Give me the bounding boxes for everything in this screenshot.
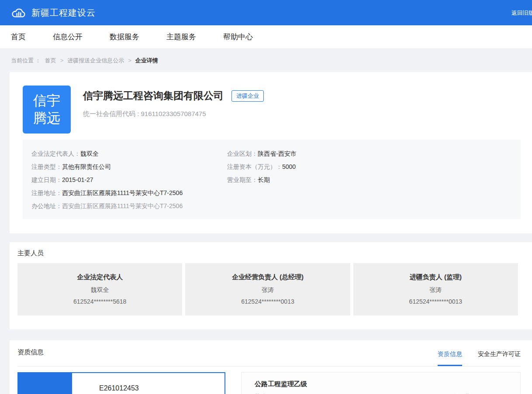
breadcrumb: 当前位置 ： 首页 > 进疆报送企业信息公示 > 企业详情: [0, 49, 532, 72]
person-role: 企业法定代表人: [17, 273, 182, 281]
cloud-chart-logo-icon: [11, 7, 26, 19]
person-cards: 企业法定代表人 魏双全 612524********5618 企业经营负责人 (…: [17, 263, 518, 315]
info-column-left: 企业法定代表人：魏双全 注册类型：其他有限责任公司 建立日期：2015-01-2…: [31, 147, 227, 212]
nav-item-theme-services[interactable]: 主题服务: [166, 32, 196, 42]
info-row-registered-address: 注册地址：西安曲江新区雁展路1111号莱安中心T7-2506: [31, 186, 227, 199]
company-logo: 信宇 腾远: [23, 86, 71, 134]
qualification-tabs: 资质信息 安全生产许可证: [438, 350, 521, 366]
info-row-establish-date: 建立日期：2015-01-27: [31, 173, 227, 186]
tab-qualification-info[interactable]: 资质信息: [438, 350, 462, 366]
info-row-registered-capital: 注册资本（万元）：5000: [227, 160, 521, 173]
info-row-business-term: 营业期至：长期: [227, 173, 521, 186]
company-logo-line1: 信宇: [33, 92, 60, 110]
person-id-number: 612524********0013: [353, 298, 518, 305]
certificate-color-block: [18, 373, 72, 394]
breadcrumb-prefix: 当前位置 ：: [11, 57, 41, 65]
info-label: 营业期至：: [227, 176, 258, 183]
site-title: 新疆工程建设云: [31, 7, 96, 19]
page-content: 信宇 腾远 信宇腾远工程咨询集团有限公司 进疆企业 统一社会信用代码 : 916…: [10, 72, 532, 394]
topbar: 新疆工程建设云 返回旧版: [0, 0, 532, 25]
jinjiang-enterprise-badge: 进疆企业: [231, 90, 264, 102]
info-row-registration-type: 注册类型：其他有限责任公司: [31, 160, 227, 173]
nav-item-home[interactable]: 首页: [11, 32, 26, 42]
tab-safety-production-license[interactable]: 安全生产许可证: [478, 350, 521, 366]
nav-item-help-center[interactable]: 帮助中心: [223, 32, 253, 42]
breadcrumb-separator-icon: >: [60, 57, 64, 64]
person-id-number: 612524********5618: [17, 298, 182, 305]
breadcrumb-link-enterprise-list[interactable]: 进疆报送企业信息公示: [67, 57, 124, 65]
company-info-panel: 企业法定代表人：魏双全 注册类型：其他有限责任公司 建立日期：2015-01-2…: [23, 140, 521, 219]
certificate-number: E261012453: [72, 373, 139, 394]
person-name: 张涛: [185, 286, 350, 294]
info-label: 企业法定代表人：: [31, 150, 80, 157]
qualification-name: 公路工程监理乙级: [255, 380, 507, 388]
info-value: 魏双全: [80, 150, 99, 157]
info-label: 注册资本（万元）：: [227, 163, 282, 170]
person-role: 企业经营负责人 (总经理): [185, 273, 350, 281]
person-card-jinjiang-supervisor: 进疆负责人 (监理) 张涛 612524********0013: [353, 263, 518, 315]
person-name: 魏双全: [17, 286, 182, 294]
person-card-general-manager: 企业经营负责人 (总经理) 张涛 612524********0013: [185, 263, 350, 315]
qualification-detail-card: 公路工程监理乙级 状态可用 取得日期2017-08-17: [241, 372, 521, 394]
main-nav: 首页 信息公开 数据服务 主题服务 帮助中心: [0, 25, 532, 49]
info-value: 西安曲江新区雁展路1111号莱安中心T7-2506: [62, 189, 183, 196]
certificate-card[interactable]: E261012453: [17, 372, 225, 394]
company-header: 信宇 腾远 信宇腾远工程咨询集团有限公司 进疆企业 统一社会信用代码 : 916…: [23, 86, 532, 134]
person-role: 进疆负责人 (监理): [353, 273, 518, 281]
qualification-section: 资质信息 资质信息 安全生产许可证 E261012453 公路工程监理乙级 状态…: [10, 340, 532, 394]
info-row-office-address: 办公地址：西安曲江新区雁展路1111号莱安中心T7-2506: [31, 199, 227, 212]
qualification-section-title: 资质信息: [17, 348, 44, 366]
info-column-right: 企业区划：陕西省-西安市 注册资本（万元）：5000 营业期至：长期: [227, 147, 521, 212]
company-name: 信宇腾远工程咨询集团有限公司: [83, 89, 224, 103]
info-value: 陕西省-西安市: [258, 150, 297, 157]
personnel-section-title: 主要人员: [17, 249, 518, 257]
info-value: 2015-01-27: [62, 176, 93, 183]
credit-code: 统一社会信用代码 : 916110233057087475: [83, 110, 264, 118]
breadcrumb-current: 企业详情: [135, 57, 158, 65]
info-value: 西安曲江新区雁展路1111号莱安中心T7-2506: [62, 202, 183, 209]
person-name: 张涛: [353, 286, 518, 294]
info-value: 其他有限责任公司: [62, 163, 111, 170]
nav-item-data-services[interactable]: 数据服务: [110, 32, 139, 42]
info-label: 注册类型：: [31, 163, 62, 170]
company-main-info: 信宇腾远工程咨询集团有限公司 进疆企业 统一社会信用代码 : 916110233…: [83, 86, 264, 134]
info-row-legal-representative: 企业法定代表人：魏双全: [31, 147, 227, 160]
company-logo-line2: 腾远: [33, 110, 60, 127]
info-value: 5000: [282, 163, 296, 170]
info-label: 企业区划：: [227, 150, 258, 157]
personnel-section: 主要人员 企业法定代表人 魏双全 612524********5618 企业经营…: [10, 242, 532, 329]
nav-item-info-disclosure[interactable]: 信息公开: [53, 32, 83, 42]
qualification-content: E261012453 公路工程监理乙级 状态可用 取得日期2017-08-17: [17, 372, 521, 394]
info-label: 注册地址：: [31, 189, 62, 196]
info-row-region: 企业区划：陕西省-西安市: [227, 147, 521, 160]
back-to-old-version-link[interactable]: 返回旧版: [511, 9, 532, 17]
info-label: 建立日期：: [31, 176, 62, 183]
info-label: 办公地址：: [31, 202, 62, 209]
person-card-legal-representative: 企业法定代表人 魏双全 612524********5618: [17, 263, 182, 315]
company-card: 信宇 腾远 信宇腾远工程咨询集团有限公司 进疆企业 统一社会信用代码 : 916…: [10, 72, 532, 233]
breadcrumb-link-home[interactable]: 首页: [45, 57, 56, 65]
info-value: 长期: [258, 176, 270, 183]
qualification-header: 资质信息 资质信息 安全生产许可证: [17, 340, 521, 367]
breadcrumb-separator-icon: >: [128, 57, 131, 64]
person-id-number: 612524********0013: [185, 298, 350, 305]
